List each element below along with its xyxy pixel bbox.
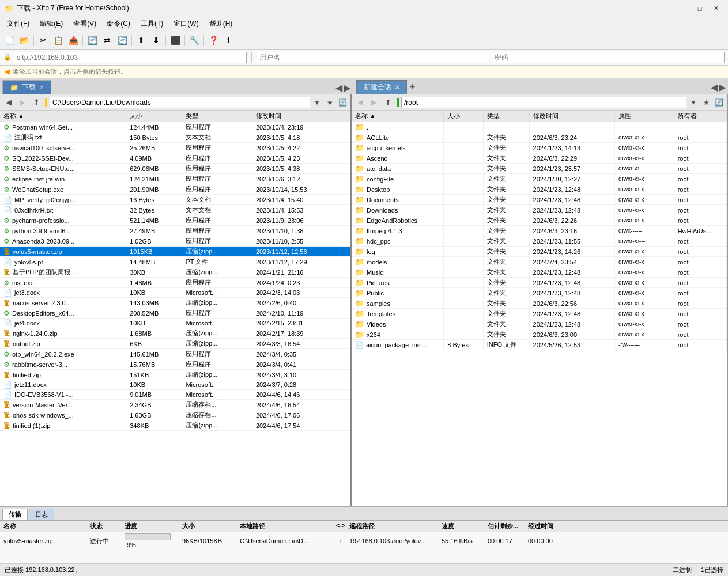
table-row[interactable]: ⚙ Postman-win64-Set... 124.44MB 应用程序 202… [0,122,350,132]
menu-edit[interactable]: 编辑(E) [35,18,67,30]
paste-button[interactable]: 📥 [66,33,80,47]
table-row[interactable]: 📁 Ascend 文件夹 2024/6/3, 22:29 drwxr-xr-x … [352,153,727,164]
left-up-button[interactable]: ⬆ [30,96,43,109]
table-row[interactable]: 🗜 nacos-server-2.3.0... 143.03MB 压缩(zipp… [0,298,350,308]
table-row[interactable]: 📄 MP_verify_jjrl2cnjyp... 16 Bytes 文本文档 … [0,195,350,205]
table-row[interactable]: 📁 ACLLite 文件夹 2024/6/3, 23:24 drwxr-xr-x… [352,132,727,143]
table-row[interactable]: ⚙ navicat100_sqlserve... 25.26MB 应用程序 20… [0,143,350,153]
table-row[interactable]: 📁 atc_data 文件夹 2024/1/23, 23:57 drwxr-xr… [352,164,727,174]
cut-button[interactable]: ✂ [36,33,50,47]
table-row[interactable]: 📁 Music 文件夹 2024/1/23, 12:48 drwxr-xr-x … [352,267,727,278]
right-filter-button[interactable]: ▼ [688,97,699,108]
table-row[interactable]: 📁 samples 文件夹 2024/6/3, 22:56 drwxr-xr-x… [352,298,727,309]
rcol-attr-header[interactable]: 属性 [614,111,674,122]
new-session-button[interactable]: 📄 [2,33,16,47]
table-row[interactable]: 🗜 nginx-1.24.0.zip 1.68MB 压缩(zipp... 202… [0,328,350,339]
col-size-header[interactable]: 大小 [126,111,182,122]
table-row[interactable]: 🗜 yolov5-master.zip 1015KB 压缩(zipp... 20… [0,247,350,257]
table-row[interactable]: ⚙ python-3.9.9-amd6... 27.49MB 应用程序 2023… [0,226,350,236]
menu-window[interactable]: 窗口(W) [169,18,203,30]
col-date-header[interactable]: 修改时间 [252,111,350,122]
refresh-left-button[interactable]: 🔄 [85,33,99,47]
table-row[interactable]: ⚙ eclipse-inst-jre-win... 124.21MB 应用程序 … [0,174,350,184]
table-row[interactable]: 📁 Documents 文件夹 2024/1/23, 12:48 drwxr-x… [352,195,727,205]
new-tab-button[interactable]: + [409,81,416,93]
rcol-size-header[interactable]: 大小 [444,111,483,122]
table-row[interactable]: 📁 Videos 文件夹 2024/1/23, 12:48 drwxr-xr-x… [352,319,727,329]
table-row[interactable]: 📁 Pictures 文件夹 2024/1/23, 12:48 drwxr-xr… [352,278,727,288]
maximize-button[interactable]: □ [692,3,707,14]
right-refresh-button[interactable]: 🔄 [713,97,725,108]
table-row[interactable]: 📁 log 文件夹 2024/1/23, 14:26 drwxr-xr-x ro… [352,247,727,257]
table-row[interactable]: 📁 Templates 文件夹 2024/1/23, 12:48 drwxr-x… [352,309,727,319]
tab-downloads[interactable]: 📁 下载 ✕ [2,80,51,94]
left-refresh-button[interactable]: 🔄 [337,97,348,108]
table-row[interactable]: ⚙ SQL2022-SSEI-Dev... 4.09MB 应用程序 2023/1… [0,153,350,164]
table-row[interactable]: ⚙ inst.exe 1.48MB 应用程序 2024/1/24, 0:23 [0,278,350,288]
transfer-tab-active[interactable]: 传输 [2,509,28,520]
table-row[interactable]: 🗜 tinified.zip 151KB 压缩(zipp... 2024/3/4… [0,370,350,380]
table-row[interactable]: ⚙ pycharm-professio... 521.14MB 应用程序 202… [0,215,350,226]
username-input[interactable] [257,52,489,63]
table-row[interactable]: 📄 jetz11.docx 10KB Microsoft... 2024/3/7… [0,380,350,390]
menu-command[interactable]: 命令(C) [102,18,135,30]
table-row[interactable]: 📁 Public 文件夹 2024/1/23, 12:48 drwxr-xr-x… [352,288,727,298]
table-row[interactable]: 📄 0JxdihrkrH.txt 32 Bytes 文本文档 2023/11/4… [0,205,350,215]
log-tab[interactable]: 日志 [29,509,54,520]
table-row[interactable]: 📁 hdc_ppc 文件夹 2024/1/23, 11:55 drwxr-xr-… [352,236,727,247]
refresh-right-button[interactable]: 🔄 [115,33,129,47]
right-bookmark-button[interactable]: ★ [700,97,712,108]
right-back-button[interactable]: ◀ [354,96,367,109]
table-row[interactable]: ⚙ otp_win64_26.2.2.exe 145.61MB 应用程序 202… [0,349,350,359]
minimize-button[interactable]: ─ [676,3,691,14]
table-row[interactable]: 📁 models 文件夹 2024/7/4, 23:54 drwxr-xr-x … [352,257,727,267]
pane-left-scroll-right[interactable]: ▶ [344,82,350,93]
table-row[interactable]: 🗜 output.zip 6KB 压缩(zipp... 2024/3/3, 16… [0,339,350,349]
table-row[interactable]: ⚙ WeChatSetup.exe 201.90MB 应用程序 2023/10/… [0,184,350,195]
download-button[interactable]: ⬇ [149,33,163,47]
left-forward-button[interactable]: ▶ [16,96,29,109]
rcol-type-header[interactable]: 类型 [483,111,529,122]
col-name-header[interactable]: 名称 ▲ [0,111,126,122]
pane-right-scroll-right[interactable]: ▶ [719,82,726,93]
rcol-owner-header[interactable]: 所有者 [674,111,726,122]
table-row[interactable]: 📁 aicpu_kernels 文件夹 2024/1/23, 14:13 drw… [352,143,727,153]
table-row[interactable]: 📄 jet4.docx 10KB Microsoft... 2024/2/15,… [0,319,350,328]
table-row[interactable]: 📄 yolov5s.pt 14.48MB PT 文件 2023/11/12, 1… [0,257,350,267]
password-input[interactable] [492,52,725,63]
table-row[interactable]: ⚙ DesktopEditors_x64... 208.52MB 应用程序 20… [0,308,350,319]
sync-button[interactable]: ⇄ [100,33,114,47]
table-row[interactable]: 📁 configFile 文件夹 2024/1/30, 12:27 drwxr-… [352,174,727,184]
pane-left-scroll-left[interactable]: ◀ [335,82,342,93]
tab-close-button[interactable]: ✕ [39,84,44,90]
right-forward-button[interactable]: ▶ [368,96,380,109]
table-row[interactable]: ⚙ rabbitmq-server-3... 15.76MB 应用程序 2024… [0,359,350,370]
col-type-header[interactable]: 类型 [182,111,252,122]
table-row[interactable]: 🗜 tinified (1).zip 348KB 压缩(zipp... 2024… [0,420,350,431]
open-button[interactable]: 📂 [17,33,31,47]
rcol-name-header[interactable]: 名称 ▲ [352,111,444,122]
menu-help[interactable]: 帮助(H) [205,18,237,30]
remote-address-input[interactable] [14,52,247,63]
menu-tools[interactable]: 工具(T) [136,18,168,30]
copy-button[interactable]: 📋 [51,33,65,47]
table-row[interactable]: 📁 Desktop 文件夹 2024/1/23, 12:48 drwxr-xr-… [352,184,727,195]
left-back-button[interactable]: ◀ [2,96,15,109]
menu-file[interactable]: 文件(F) [2,18,34,30]
left-bookmark-button[interactable]: ★ [324,97,335,108]
session-tab[interactable]: 新建会话 ✕ [356,80,407,94]
session-tab-close[interactable]: ✕ [395,84,399,90]
right-path-input[interactable] [401,97,686,108]
close-button[interactable]: ✕ [708,3,723,14]
table-row[interactable]: 📄 aicpu_package_inst... 8 Bytes INFO 文件 … [352,340,727,350]
pane-right-scroll-left[interactable]: ◀ [711,82,718,93]
stop-button[interactable]: ⬛ [168,33,182,47]
table-row[interactable]: 📄 jet3.docx 10KB Microsoft... 2024/2/3, … [0,288,350,298]
table-row[interactable]: 🗜 ohos-sdk-windows_... 1.63GB 压缩存档... 20… [0,410,350,420]
table-row[interactable]: 📁 Downloads 文件夹 2024/1/23, 12:48 drwxr-x… [352,205,727,215]
table-row[interactable]: 📁 .. [352,122,727,132]
about-button[interactable]: ℹ [221,33,235,47]
table-row[interactable]: ⚙ SSMS-Setup-ENU.e... 629.06MB 应用程序 2023… [0,164,350,174]
table-row[interactable]: 📄 注册码.txt 150 Bytes 文本文档 2023/10/5, 4:18 [0,132,350,143]
table-row[interactable]: 📁 x264 文件夹 2024/6/3, 23:00 drwxr-xr-x ro… [352,329,727,340]
